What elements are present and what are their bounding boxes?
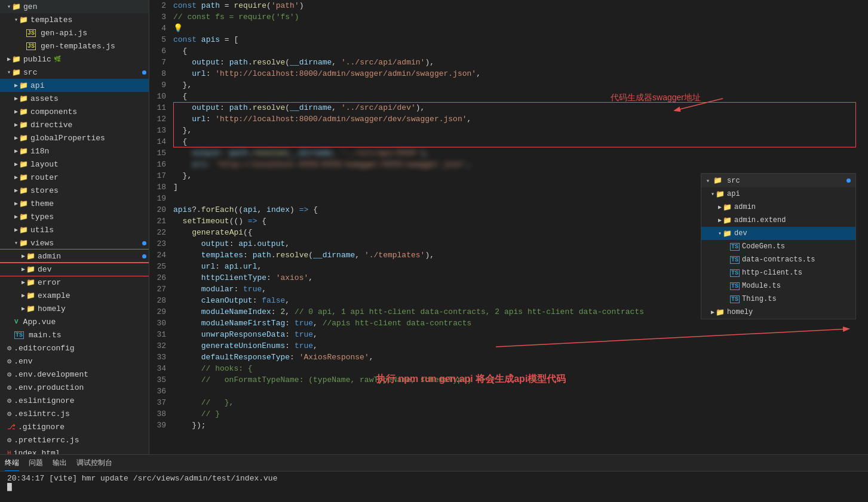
sidebar-label-editorconfig: .editorconfig bbox=[14, 344, 74, 353]
float-panel-header: ▾ 📁 src bbox=[701, 174, 855, 187]
float-item-http-client[interactable]: TS http-client.ts bbox=[701, 266, 855, 279]
code-line-35: // onFormatTypeName: (typeName, rawTypeN… bbox=[173, 374, 856, 386]
terminal-panel: 终端 问题 输出 调试控制台 20:34:17 [vite] hmr updat… bbox=[0, 454, 868, 502]
chevron-stores: ▶ bbox=[14, 187, 18, 194]
sidebar-item-error[interactable]: ▶ 📁 error bbox=[0, 276, 149, 289]
sidebar-item-eslintignore[interactable]: ⚙ .eslintignore bbox=[0, 394, 149, 407]
sidebar-label-admin: admin bbox=[38, 252, 61, 261]
float-item-api[interactable]: ▾ 📁 api bbox=[701, 187, 855, 201]
sidebar-item-dev[interactable]: ▶ 📁 dev bbox=[0, 263, 149, 276]
float-label-admin-extend: admin.extend bbox=[734, 216, 786, 224]
sidebar-item-public[interactable]: ▶ 📁 public 🌿 bbox=[0, 53, 149, 66]
tab-output[interactable]: 输出 bbox=[53, 455, 67, 471]
sidebar-item-layout[interactable]: ▶ 📁 layout bbox=[0, 158, 149, 171]
sidebar-label-gen-api: gen-api.js bbox=[41, 29, 87, 38]
float-item-homely[interactable]: ▶ 📁 homely bbox=[701, 306, 855, 319]
sidebar-item-gen-templates[interactable]: JS gen-templates.js bbox=[0, 39, 149, 53]
chevron-views: ▾ bbox=[14, 239, 18, 247]
sidebar-item-utils[interactable]: ▶ 📁 utils bbox=[0, 223, 149, 236]
tab-terminal[interactable]: 终端 bbox=[5, 455, 19, 471]
float-item-data-contracts[interactable]: TS data-contracts.ts bbox=[701, 253, 855, 266]
ts-icon-main: TS bbox=[14, 331, 24, 339]
sidebar-label-components: components bbox=[30, 107, 77, 116]
sidebar-item-index-html[interactable]: H index.html bbox=[0, 446, 149, 454]
sidebar-item-prettierrc[interactable]: ⚙ .prettierrc.js bbox=[0, 433, 149, 446]
float-chevron-src: ▾ bbox=[706, 177, 710, 184]
js-icon-gen-templates: JS bbox=[26, 42, 36, 50]
sidebar-label-api: api bbox=[30, 81, 44, 90]
ts-icon-data-contracts: TS bbox=[730, 256, 740, 264]
dot-icon-eslintignore: ⚙ bbox=[7, 396, 11, 405]
sidebar-label-views: views bbox=[30, 239, 54, 248]
sidebar-item-global[interactable]: ▶ 📁 globalProperties bbox=[0, 131, 149, 144]
float-item-admin-extend[interactable]: ▶ 📁 admin.extend bbox=[701, 214, 855, 227]
folder-icon-stores: 📁 bbox=[19, 186, 28, 195]
sidebar-item-api[interactable]: ▶ 📁 api bbox=[0, 79, 149, 92]
sidebar-item-admin[interactable]: ▶ 📁 admin bbox=[0, 250, 149, 263]
sidebar-item-src[interactable]: ▾ 📁 src bbox=[0, 66, 149, 79]
sidebar-item-types[interactable]: ▶ 📁 types bbox=[0, 210, 149, 223]
sidebar-item-router[interactable]: ▶ 📁 router bbox=[0, 171, 149, 184]
sidebar-item-eslintrc[interactable]: ⚙ .eslintrc.js bbox=[0, 407, 149, 420]
sidebar-item-gen[interactable]: ▾ 📁 gen bbox=[0, 0, 149, 13]
sidebar-label-env-prod: .env.production bbox=[14, 383, 84, 392]
chevron-public: ▶ bbox=[7, 56, 11, 63]
sidebar-item-theme[interactable]: ▶ 📁 theme bbox=[0, 197, 149, 210]
sidebar-label-env-dev: .env.development bbox=[14, 370, 88, 379]
sidebar-label-error: error bbox=[38, 278, 61, 287]
sidebar-label-i18n: i18n bbox=[30, 147, 49, 156]
folder-icon-types: 📁 bbox=[19, 212, 28, 221]
dot-icon-editorconfig: ⚙ bbox=[7, 344, 11, 353]
sidebar-item-app-vue[interactable]: V App.vue bbox=[0, 315, 149, 328]
float-item-dev[interactable]: ▾ 📁 dev bbox=[701, 227, 855, 240]
sidebar-item-homely[interactable]: ▶ 📁 homely bbox=[0, 302, 149, 315]
sidebar-label-index-html: index.html bbox=[14, 449, 60, 455]
tab-debug[interactable]: 调试控制台 bbox=[76, 455, 112, 471]
chevron-admin: ▶ bbox=[22, 252, 25, 260]
sidebar-item-gen-api[interactable]: JS gen-api.js bbox=[0, 26, 149, 39]
code-line-5: const apis = [ bbox=[173, 34, 856, 45]
sidebar-item-main-ts[interactable]: TS main.ts bbox=[0, 328, 149, 341]
sidebar-item-assets[interactable]: ▶ 📁 assets bbox=[0, 92, 149, 105]
sidebar-item-env[interactable]: ⚙ .env bbox=[0, 355, 149, 368]
sidebar-item-components[interactable]: ▶ 📁 components bbox=[0, 105, 149, 118]
sidebar-item-stores[interactable]: ▶ 📁 stores bbox=[0, 184, 149, 197]
code-line-34: // hooks: { bbox=[173, 363, 856, 374]
float-chevron-admin: ▶ bbox=[718, 204, 722, 211]
sidebar-label-homely: homely bbox=[38, 304, 66, 313]
folder-icon-admin: 📁 bbox=[26, 252, 35, 261]
sidebar-item-gitignore[interactable]: ⎇ .gitignore bbox=[0, 420, 149, 433]
sidebar-label-stores: stores bbox=[30, 186, 59, 195]
sidebar-label-app-vue: App.vue bbox=[23, 318, 56, 327]
dot-icon-env: ⚙ bbox=[7, 357, 11, 366]
chevron-gen: ▾ bbox=[7, 3, 11, 10]
file-explorer: ▾ 📁 gen ▾ 📁 templates JS gen-api.js JS g… bbox=[0, 0, 149, 454]
float-item-thing[interactable]: TS Thing.ts bbox=[701, 292, 855, 306]
chevron-dev: ▶ bbox=[22, 266, 25, 273]
chevron-assets: ▶ bbox=[14, 95, 18, 102]
folder-icon-layout: 📁 bbox=[19, 160, 28, 169]
float-label-admin: admin bbox=[734, 203, 756, 211]
sidebar-label-templates: templates bbox=[30, 16, 72, 24]
code-line-12: url: 'http://localhost:8000/admin/swagge… bbox=[173, 113, 856, 125]
float-item-codegen[interactable]: TS CodeGen.ts bbox=[701, 240, 855, 253]
sidebar-item-example[interactable]: ▶ 📁 example bbox=[0, 289, 149, 302]
float-item-module[interactable]: TS Module.ts bbox=[701, 279, 855, 292]
tab-problems[interactable]: 问题 bbox=[29, 455, 43, 471]
sidebar-item-directive[interactable]: ▶ 📁 directive bbox=[0, 118, 149, 131]
folder-icon-components: 📁 bbox=[19, 107, 28, 116]
sidebar-item-editorconfig[interactable]: ⚙ .editorconfig bbox=[0, 341, 149, 355]
folder-icon-global: 📁 bbox=[19, 134, 28, 143]
sidebar-item-views[interactable]: ▾ 📁 views bbox=[0, 236, 149, 250]
sidebar-item-i18n[interactable]: ▶ 📁 i18n bbox=[0, 144, 149, 158]
code-line-32: generateUnionEnums: true, bbox=[173, 340, 856, 352]
float-item-admin[interactable]: ▶ 📁 admin bbox=[701, 201, 855, 214]
float-label-api: api bbox=[727, 190, 740, 198]
folder-icon-router: 📁 bbox=[19, 173, 28, 182]
sidebar-item-env-prod[interactable]: ⚙ .env.production bbox=[0, 381, 149, 394]
sidebar-item-env-dev[interactable]: ⚙ .env.development bbox=[0, 368, 149, 381]
folder-icon-src: 📁 bbox=[12, 68, 21, 77]
vue-icon: V bbox=[14, 318, 19, 325]
sidebar-item-templates[interactable]: ▾ 📁 templates bbox=[0, 13, 149, 26]
ts-icon-http-client: TS bbox=[730, 269, 740, 277]
